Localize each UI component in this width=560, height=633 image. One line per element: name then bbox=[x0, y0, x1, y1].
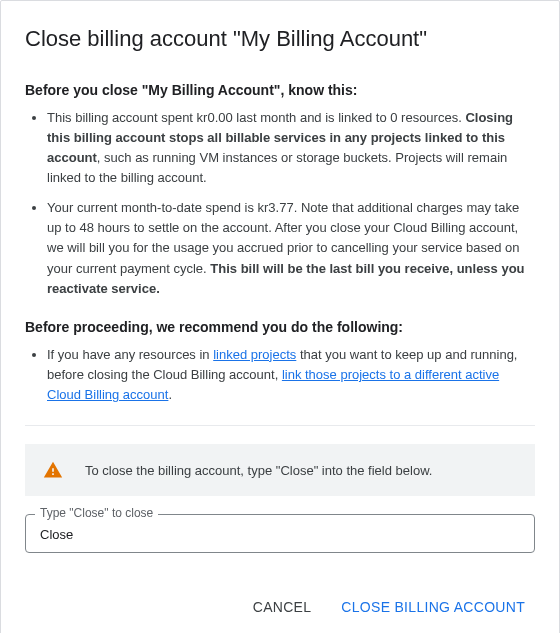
dialog-title: Close billing account "My Billing Accoun… bbox=[25, 25, 535, 54]
warning-icon bbox=[43, 460, 63, 480]
alert-box: To close the billing account, type "Clos… bbox=[25, 444, 535, 496]
close-billing-dialog: Close billing account "My Billing Accoun… bbox=[0, 0, 560, 633]
bullet-text: This billing account spent kr0.00 last m… bbox=[47, 110, 465, 125]
close-billing-account-button[interactable]: Close Billing Account bbox=[331, 591, 535, 623]
list-item: If you have any resources in linked proj… bbox=[47, 345, 535, 405]
linked-projects-link[interactable]: linked projects bbox=[213, 347, 296, 362]
cancel-button[interactable]: Cancel bbox=[243, 591, 322, 623]
confirm-input-label: Type "Close" to close bbox=[35, 506, 158, 520]
divider bbox=[25, 425, 535, 426]
recommend-heading: Before proceeding, we recommend you do t… bbox=[25, 319, 535, 335]
know-this-list: This billing account spent kr0.00 last m… bbox=[25, 108, 535, 299]
bullet-text: . bbox=[168, 387, 172, 402]
confirm-input-wrapper: Type "Close" to close bbox=[25, 514, 535, 553]
dialog-actions: Cancel Close Billing Account bbox=[25, 591, 535, 623]
know-this-heading: Before you close "My Billing Account", k… bbox=[25, 82, 535, 98]
recommend-list: If you have any resources in linked proj… bbox=[25, 345, 535, 405]
bullet-text: , such as running VM instances or storag… bbox=[47, 150, 507, 185]
bullet-text: If you have any resources in bbox=[47, 347, 213, 362]
alert-text: To close the billing account, type "Clos… bbox=[85, 463, 432, 478]
list-item: This billing account spent kr0.00 last m… bbox=[47, 108, 535, 189]
list-item: Your current month-to-date spend is kr3.… bbox=[47, 198, 535, 299]
